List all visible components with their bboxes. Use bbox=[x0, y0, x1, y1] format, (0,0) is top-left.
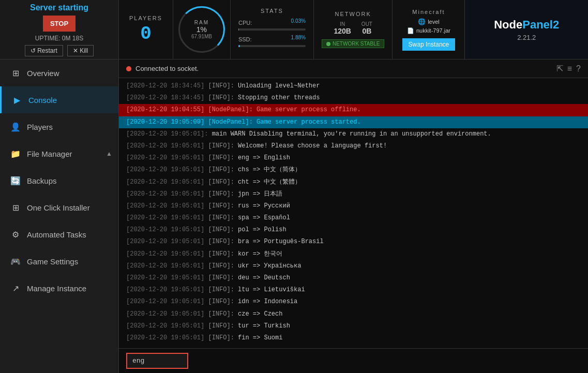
log-line: [2020-12-20 18:34:45] [INFO]: Unloading … bbox=[119, 80, 588, 92]
sidebar-item-overview[interactable]: ⊞ Overview bbox=[0, 59, 118, 86]
log-line: [2020-12-20 19:05:01] [INFO]: tur => Tur… bbox=[119, 320, 588, 332]
ram-percent: 1% bbox=[197, 25, 207, 34]
ssd-value: 1.88% bbox=[291, 35, 306, 40]
log-line: [2020-12-20 19:05:01] [INFO]: bra => Por… bbox=[119, 236, 588, 248]
log-line: [2020-12-20 19:05:01] [INFO]: cze => Cze… bbox=[119, 308, 588, 320]
mc-jar-label: nukkit-797.jar bbox=[416, 27, 450, 34]
mc-jar-info: 📄 nukkit-797.jar bbox=[407, 27, 450, 34]
log-line: [2020-12-20 19:05:01] [INFO]: chs => 中文（… bbox=[119, 164, 588, 176]
minecraft-widget: Minecraft 🌐 level 📄 nukkit-797.jar Swap … bbox=[393, 0, 465, 59]
log-line: [2020-12-20 19:05:01] [INFO]: fin => Suo… bbox=[119, 332, 588, 344]
console-icons: ⇱ ≡ ? bbox=[556, 64, 581, 73]
log-line: [2020-12-20 19:05:01] [INFO]: jpn => 日本語 bbox=[119, 188, 588, 200]
minecraft-title: Minecraft bbox=[412, 9, 445, 15]
sidebar-players-label: Players bbox=[27, 123, 53, 131]
log-line: [2020-12-20 19:05:01] [INFO]: Welcome! P… bbox=[119, 140, 588, 152]
sidebar-item-file-manager[interactable]: 📁 File Manager ▲ bbox=[0, 140, 118, 167]
mc-version: 2.21.2 bbox=[517, 34, 536, 41]
log-line: [2020-12-20 19:05:01] [INFO]: idn => Ind… bbox=[119, 296, 588, 308]
log-line: [2020-12-20 19:05:01] [INFO]: eng => Eng… bbox=[119, 152, 588, 164]
ram-mb: 67.91MB bbox=[191, 34, 212, 39]
sidebar-automated-tasks-label: Automated Tasks bbox=[27, 230, 86, 239]
gamepad-icon: 🎮 bbox=[10, 256, 21, 266]
connected-dot bbox=[126, 66, 131, 71]
sidebar-overview-label: Overview bbox=[27, 69, 59, 78]
network-in-label: IN bbox=[334, 21, 351, 27]
expand-icon[interactable]: ⇱ bbox=[556, 64, 563, 73]
sidebar-item-console[interactable]: ▶ Console bbox=[0, 86, 118, 113]
ssd-stat-row: SSD: 1.88% bbox=[238, 35, 306, 47]
network-widget: NETWORK IN 120B OUT 0B NETWORK STABLE bbox=[314, 0, 393, 59]
log-line: [2020-12-20 19:05:00] [NodePanel]: Game … bbox=[119, 116, 588, 128]
sidebar-item-one-click[interactable]: ⊞ One Click Installer bbox=[0, 194, 118, 221]
log-line: [2020-12-20 19:05:01] [INFO]: ltu => Lie… bbox=[119, 284, 588, 296]
server-control-section: Server starting STOP UPTIME: 0M 18S ↺ Re… bbox=[0, 0, 119, 59]
grid-icon: ⊞ bbox=[10, 68, 21, 78]
restart-kill-row: ↺ Restart ✕ Kill bbox=[25, 45, 94, 56]
log-line: [2020-12-20 19:05:01] [INFO]: rus => Рус… bbox=[119, 200, 588, 212]
uptime-label: UPTIME: 0M 18S bbox=[35, 35, 83, 42]
log-line: [2020-12-20 19:05:01]: main WARN Disabli… bbox=[119, 128, 588, 140]
logo-panel-text: Panel bbox=[522, 18, 553, 31]
sidebar-item-game-settings[interactable]: 🎮 Game Settings bbox=[0, 248, 118, 275]
ram-label: RAM bbox=[194, 20, 209, 25]
backup-icon: 🔄 bbox=[10, 175, 21, 186]
log-line: [2020-12-20 19:05:01] [INFO]: kor => 한국어 bbox=[119, 248, 588, 260]
network-in-stat: IN 120B bbox=[334, 21, 351, 35]
restart-button[interactable]: ↺ Restart bbox=[25, 45, 63, 56]
console-input-bar bbox=[119, 348, 588, 373]
sidebar-one-click-label: One Click Installer bbox=[27, 203, 90, 212]
sidebar-game-settings-label: Game Settings bbox=[27, 257, 78, 266]
log-line: [2020-12-20 19:05:01] [INFO]: spa => Esp… bbox=[119, 212, 588, 224]
manage-icon: ↗ bbox=[10, 283, 21, 293]
swap-instance-button[interactable]: Swap Instance bbox=[402, 38, 456, 51]
folder-icon: 📁 bbox=[10, 148, 21, 159]
network-out-label: OUT bbox=[361, 21, 372, 27]
network-in-value: 120B bbox=[334, 27, 351, 35]
network-title: NETWORK bbox=[335, 11, 371, 17]
network-stable-badge: NETWORK STABLE bbox=[322, 39, 385, 48]
ssd-label: SSD: bbox=[238, 36, 252, 42]
sidebar-item-automated-tasks[interactable]: ⚙ Automated Tasks bbox=[0, 221, 118, 248]
console-input[interactable] bbox=[126, 353, 188, 369]
console-header: Connected to socket. ⇱ ≡ ? bbox=[119, 59, 588, 78]
cpu-label: CPU: bbox=[238, 20, 252, 26]
ram-widget: RAM 1% 67.91MB bbox=[173, 0, 231, 59]
top-bar: Server starting STOP UPTIME: 0M 18S ↺ Re… bbox=[0, 0, 588, 59]
tasks-icon: ⚙ bbox=[10, 229, 21, 240]
log-line: [2020-12-20 19:05:01] [INFO]: cht => 中文（… bbox=[119, 176, 588, 188]
log-line: [2020-12-20 19:04:55] [NodePanel]: Game … bbox=[119, 104, 588, 116]
console-log: [2020-12-20 18:34:45] [INFO]: Unloading … bbox=[119, 78, 588, 348]
logo-node-text: Node bbox=[494, 18, 522, 31]
cpu-value: 0.03% bbox=[291, 18, 306, 24]
players-label: PLAYERS bbox=[129, 15, 162, 21]
installer-icon: ⊞ bbox=[10, 202, 21, 213]
ssd-bar-fill bbox=[238, 45, 240, 47]
chevron-up-icon: ▲ bbox=[106, 150, 112, 157]
log-line: [2020-12-20 19:05:01] [INFO]: deu => Deu… bbox=[119, 272, 588, 284]
stop-button[interactable]: STOP bbox=[43, 16, 76, 32]
sidebar-manage-instance-label: Manage Instance bbox=[27, 284, 86, 293]
main-content: ⊞ Overview ▶ Console 👤 Players 📁 File Ma… bbox=[0, 59, 588, 373]
players-value: 0 bbox=[140, 23, 152, 44]
list-icon[interactable]: ≡ bbox=[567, 64, 572, 73]
jar-icon: 📄 bbox=[407, 27, 414, 34]
log-line: [2020-12-20 19:05:01] [INFO]: pol => Pol… bbox=[119, 224, 588, 236]
nodepanel-logo-widget: NodePanel2 2.21.2 bbox=[465, 0, 588, 59]
help-icon[interactable]: ? bbox=[576, 64, 581, 73]
connected-status: Connected to socket. bbox=[126, 65, 199, 72]
sidebar-item-players[interactable]: 👤 Players bbox=[0, 113, 118, 140]
sidebar-file-manager-label: File Manager bbox=[27, 150, 72, 158]
kill-button[interactable]: ✕ Kill bbox=[67, 45, 94, 56]
cpu-stat-row: CPU: 0.03% bbox=[238, 18, 306, 31]
network-in-out-row: IN 120B OUT 0B bbox=[334, 21, 372, 35]
sidebar-item-manage-instance[interactable]: ↗ Manage Instance bbox=[0, 275, 118, 302]
sidebar-item-backups[interactable]: 🔄 Backups bbox=[0, 167, 118, 194]
mc-level-info: 🌐 level bbox=[418, 18, 440, 25]
ssd-bar-bg bbox=[238, 45, 306, 47]
log-line: [2020-12-20 18:34:45] [INFO]: Stopping o… bbox=[119, 92, 588, 104]
stats-widget: STATS CPU: 0.03% SSD: 1.88% bbox=[231, 0, 314, 59]
globe-icon: 🌐 bbox=[418, 18, 426, 25]
sidebar-backups-label: Backups bbox=[27, 176, 57, 185]
players-widget: PLAYERS 0 bbox=[119, 0, 173, 59]
